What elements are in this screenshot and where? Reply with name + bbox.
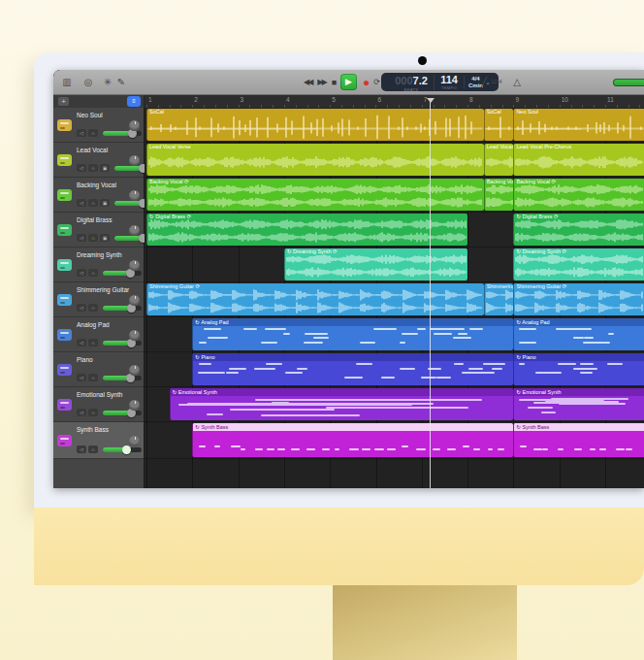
region-backing-vocal[interactable]: Backing Vocal bbox=[484, 179, 514, 211]
solo-button[interactable]: ∩ bbox=[88, 199, 98, 207]
mute-button[interactable]: ◁ bbox=[77, 339, 86, 346]
mute-button[interactable]: ◁ bbox=[77, 129, 86, 137]
midi-note bbox=[603, 342, 610, 344]
input-monitor-button[interactable]: ▣ bbox=[100, 234, 110, 242]
track-header-emotional-synth[interactable]: Emotional Synth ◁ ∩ bbox=[53, 387, 144, 422]
region-shimmering-guitar[interactable]: Shimmering Guitar ⟳ bbox=[146, 283, 484, 315]
region-lead-vocal[interactable]: Lead Vocal Ve bbox=[484, 144, 514, 176]
metronome-icon[interactable]: △ bbox=[509, 70, 525, 94]
region-piano[interactable]: ↻ Piano bbox=[513, 353, 644, 385]
region-neo-soul[interactable]: SoCal bbox=[484, 109, 514, 141]
pan-knob[interactable] bbox=[129, 295, 140, 306]
track-header-digital-brass[interactable]: Digital Brass ◁ ∩ ▣ bbox=[53, 213, 144, 248]
pan-knob[interactable] bbox=[129, 260, 140, 271]
pan-knob[interactable] bbox=[129, 190, 140, 201]
region-synth-bass[interactable]: ↻ Synth Bass bbox=[192, 423, 513, 457]
track-header-piano[interactable]: Piano ◁ ∩ bbox=[53, 352, 144, 387]
mute-button[interactable]: ◁ bbox=[77, 446, 86, 453]
track-header-lead-vocal[interactable]: Lead Vocal ◁ ∩ ▣ bbox=[53, 143, 144, 178]
region-emotional-synth[interactable]: ↻ Emotional Synth bbox=[170, 388, 514, 420]
midi-note bbox=[417, 328, 427, 330]
volume-slider[interactable] bbox=[103, 271, 142, 276]
volume-slider[interactable] bbox=[103, 131, 142, 136]
fast-forward-button[interactable]: ▶▶ bbox=[317, 78, 325, 86]
input-monitor-button[interactable]: ▣ bbox=[100, 164, 110, 172]
region-neo-soul[interactable]: SoCal bbox=[146, 109, 484, 141]
solo-button[interactable]: ∩ bbox=[88, 164, 98, 172]
volume-slider[interactable] bbox=[103, 411, 142, 415]
volume-slider[interactable] bbox=[103, 306, 142, 311]
region-shimmering-guitar[interactable]: Shimmering Guitar ⟳ bbox=[513, 283, 644, 315]
track-header-dreaming-synth[interactable]: Dreaming Synth ◁ ∩ bbox=[53, 248, 144, 282]
play-button[interactable]: ▶ bbox=[340, 74, 357, 90]
volume-slider[interactable] bbox=[103, 341, 142, 346]
lcd-tempo[interactable]: 114 bbox=[440, 75, 458, 85]
solo-button[interactable]: ∩ bbox=[88, 234, 98, 242]
pan-knob[interactable] bbox=[129, 225, 140, 236]
track-header-shimmering-guitar[interactable]: Shimmering Guitar ◁ ∩ bbox=[53, 282, 144, 317]
region-emotional-synth[interactable]: ↻ Emotional Synth bbox=[513, 388, 644, 420]
mute-button[interactable]: ◁ bbox=[77, 304, 86, 312]
master-volume-slider[interactable] bbox=[613, 79, 644, 86]
region-backing-vocal[interactable]: Backing Vocal ⟳ bbox=[513, 179, 644, 211]
editors-icon[interactable]: ✎ bbox=[113, 70, 129, 94]
region-neo-soul[interactable]: Neo Soul bbox=[513, 109, 644, 141]
region-analog-pad[interactable]: ↻ Analog Pad bbox=[513, 318, 644, 350]
track-controls-button[interactable]: ≡ bbox=[127, 96, 141, 107]
region-backing-vocal[interactable]: Backing Vocal ⟳ bbox=[146, 179, 484, 211]
track-header-backing-vocal[interactable]: Backing Vocal ◁ ∩ ▣ bbox=[53, 178, 144, 213]
region-synth-bass[interactable]: ↻ Synth Bass bbox=[513, 423, 644, 457]
input-monitor-button[interactable]: ▣ bbox=[100, 199, 110, 207]
pan-knob[interactable] bbox=[129, 365, 140, 376]
music-stand-icon bbox=[57, 189, 72, 201]
region-lead-vocal[interactable]: Lead Vocal Pre-Chorus bbox=[513, 144, 644, 176]
region-analog-pad[interactable]: ↻ Analog Pad bbox=[192, 318, 513, 350]
synth-icon bbox=[57, 259, 72, 271]
mute-button[interactable]: ◁ bbox=[77, 234, 86, 242]
mute-button[interactable]: ◁ bbox=[77, 409, 86, 416]
track-header-neo-soul[interactable]: Neo Soul ◁ ∩ bbox=[53, 108, 144, 143]
pan-knob[interactable] bbox=[129, 436, 140, 446]
solo-button[interactable]: ∩ bbox=[88, 269, 98, 277]
mute-button[interactable]: ◁ bbox=[77, 269, 86, 277]
add-track-button[interactable]: + bbox=[58, 97, 69, 106]
region-dreaming-synth[interactable]: ↻ Dreaming Synth ⟳ bbox=[513, 248, 644, 280]
solo-button[interactable]: ∩ bbox=[88, 409, 98, 416]
pan-knob[interactable] bbox=[129, 155, 140, 166]
workspace: + ≡ 1234567891011 Neo Soul ◁ ∩ Lead Voca… bbox=[53, 95, 644, 488]
midi-note bbox=[442, 399, 459, 401]
pan-knob[interactable] bbox=[129, 400, 140, 411]
mute-button[interactable]: ◁ bbox=[77, 164, 86, 172]
midi-note bbox=[261, 414, 360, 416]
region-shimmering-guitar[interactable]: Shimmering G bbox=[484, 283, 514, 315]
mute-button[interactable]: ◁ bbox=[77, 199, 86, 207]
library-icon[interactable]: ▥ bbox=[59, 70, 75, 94]
volume-slider[interactable] bbox=[103, 376, 142, 380]
mute-button[interactable]: ◁ bbox=[77, 374, 86, 381]
quick-help-icon[interactable]: ◎ bbox=[80, 70, 96, 94]
solo-button[interactable]: ∩ bbox=[88, 374, 98, 381]
region-lead-vocal[interactable]: Lead Vocal Verse bbox=[146, 144, 484, 176]
arrange-area[interactable]: SoCalSoCalNeo SoulLead Vocal VerseLead V… bbox=[145, 108, 644, 488]
record-button[interactable]: ● bbox=[363, 76, 368, 89]
track-header-synth-bass[interactable]: Synth Bass ◁ ∩ bbox=[53, 422, 144, 459]
solo-button[interactable]: ∩ bbox=[88, 129, 98, 137]
solo-button[interactable]: ∩ bbox=[88, 304, 98, 312]
track-header-analog-pad[interactable]: Analog Pad ◁ ∩ bbox=[53, 317, 144, 352]
solo-button[interactable]: ∩ bbox=[88, 446, 98, 453]
rewind-button[interactable]: ◀◀ bbox=[304, 78, 311, 86]
stop-button[interactable]: ■ bbox=[332, 78, 335, 87]
midi-note bbox=[584, 337, 594, 339]
playhead[interactable] bbox=[430, 98, 431, 488]
region-digital-brass[interactable]: ↻ Digital Brass ⟳ bbox=[513, 214, 644, 246]
region-dreaming-synth[interactable]: ↻ Dreaming Synth ⟳ bbox=[284, 248, 467, 280]
volume-slider[interactable] bbox=[103, 447, 142, 452]
region-piano[interactable]: ↻ Piano bbox=[192, 353, 513, 385]
pan-knob[interactable] bbox=[129, 330, 140, 341]
pan-knob[interactable] bbox=[129, 120, 140, 131]
solo-button[interactable]: ∩ bbox=[88, 339, 98, 346]
count-in-icon[interactable]: 1234 bbox=[490, 70, 503, 94]
timeline-ruler[interactable]: 1234567891011 bbox=[145, 95, 644, 108]
cycle-button[interactable]: ⟳ bbox=[373, 78, 378, 86]
region-digital-brass[interactable]: ↻ Digital Brass ⟳ bbox=[146, 214, 467, 246]
